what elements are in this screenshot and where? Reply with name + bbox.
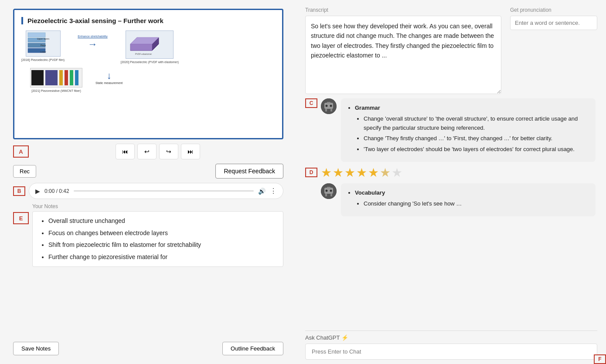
slide-2021-label: [2021] Piezoresistive (MWCNT fiber): [31, 89, 81, 92]
grammar-item-1: Change 'overall structure' to 'the overa…: [364, 115, 589, 133]
slide-2020-image: PVDF+elastomer: [126, 30, 174, 59]
bot-avatar-grammar: [321, 98, 337, 114]
star-2[interactable]: ★: [333, 165, 344, 180]
slide-title: Piezoelectric 3-axial sensing – Further …: [21, 17, 275, 24]
audio-player: ▶ 0:00 / 0:42 🔊 ⋮: [29, 183, 283, 199]
badge-f: F: [594, 354, 606, 364]
time-display: 0:00 / 0:42: [44, 188, 69, 194]
slide-2016: Upper layers Piezo Lower [2016] Piezoele…: [21, 30, 65, 61]
badge-e: E: [13, 212, 29, 224]
tool-btn-skip-back[interactable]: ⏮: [116, 144, 135, 159]
right-panel: Transcript So let's see how they develop…: [296, 0, 606, 364]
slide-2020: PVDF+elastomer [2020] Piezoelectric (PVD…: [121, 30, 179, 64]
slide-bottom-row: [2021] Piezoresistive (MWCNT fiber) ↓ St…: [21, 68, 275, 92]
chat-section: Ask ChatGPT ⚡: [305, 330, 597, 360]
tool-btn-forward[interactable]: ↪: [159, 144, 178, 159]
slide-2016-label: [2016] Piezoelectric (PVDF film): [21, 58, 65, 61]
volume-icon[interactable]: 🔊: [258, 188, 266, 195]
vocabulary-section: Vocabulary Consider changing 'So let's s…: [305, 183, 596, 216]
transcript-label: Transcript: [305, 7, 501, 13]
chat-label-text: Ask ChatGPT: [305, 334, 340, 341]
badge-b: B: [13, 186, 25, 196]
svg-text:Lower: Lower: [40, 51, 46, 53]
svg-point-21: [330, 105, 332, 107]
notes-section: Your Notes Overall structure unchanged F…: [32, 203, 283, 267]
svg-point-20: [326, 105, 328, 107]
outline-feedback-button[interactable]: Outline Feedback: [222, 342, 283, 355]
action-row: Rec Request Feedback: [13, 164, 283, 179]
svg-rect-30: [325, 194, 327, 196]
slide-viewer: Piezoelectric 3-axial sensing – Further …: [13, 9, 283, 139]
transcript-section: Transcript So let's see how they develop…: [305, 7, 597, 94]
right-arrow-icon: →: [88, 39, 97, 50]
svg-rect-17: [75, 70, 78, 85]
svg-rect-13: [45, 70, 58, 85]
notes-item-1: Overall structure unchanged: [48, 217, 276, 226]
svg-rect-0: [28, 33, 45, 37]
svg-rect-29: [327, 187, 330, 188]
star-6[interactable]: ★: [380, 165, 391, 180]
vocab-sub-list: Consider changing 'So let's see how …: [355, 199, 589, 209]
bot-avatar-vocab: [321, 183, 337, 199]
feedback-scroll: C Grammar: [305, 98, 597, 326]
notes-content[interactable]: Overall structure unchanged Focus on cha…: [32, 211, 283, 267]
vocab-category: Vocabulary Consider changing 'So let's s…: [355, 189, 589, 209]
toolbar-a-section: A ⏮ ↩ ↪ ⏭: [13, 144, 283, 159]
svg-rect-12: [31, 70, 44, 85]
grammar-section: C Grammar: [305, 98, 596, 162]
tool-buttons: ⏮ ↩ ↪ ⏭: [32, 144, 283, 159]
more-options-icon[interactable]: ⋮: [270, 187, 277, 195]
grammar-sub-list: Change 'overall structure' to 'the overa…: [355, 115, 589, 154]
lightning-icon: ⚡: [341, 334, 348, 341]
slide-2020-label: [2020] Piezoelectric (PVDF with elastome…: [121, 61, 179, 64]
svg-rect-22: [327, 102, 330, 103]
star-7[interactable]: ★: [392, 165, 402, 180]
badge-d: D: [305, 168, 317, 177]
slide-arrow-section: Enhance stretchability →: [78, 30, 107, 50]
svg-rect-14: [59, 70, 63, 85]
grammar-item-3: 'Two layer of electrodes' should be 'two…: [364, 145, 589, 154]
grammar-feedback-content: Grammar Change 'overall structure' to 't…: [341, 98, 596, 162]
svg-text:Piezo: Piezo: [40, 44, 46, 47]
pronunciation-label: Get pronunciation: [510, 7, 597, 13]
stars-row: ★ ★ ★ ★ ★ ★ ★: [321, 165, 402, 180]
svg-rect-31: [330, 194, 332, 196]
slide-2021: [2021] Piezoresistive (MWCNT fiber): [30, 68, 82, 92]
left-panel: Piezoelectric 3-axial sensing – Further …: [0, 0, 296, 364]
star-4[interactable]: ★: [356, 165, 367, 180]
tool-btn-rewind[interactable]: ↩: [137, 144, 157, 159]
audio-section: B ▶ 0:00 / 0:42 🔊 ⋮: [13, 183, 283, 199]
bottom-buttons: Save Notes Outline Feedback: [13, 342, 283, 355]
badge-a: A: [13, 145, 29, 158]
svg-point-27: [326, 189, 328, 192]
progress-bar[interactable]: [74, 190, 254, 192]
star-5[interactable]: ★: [368, 165, 379, 180]
play-button[interactable]: ▶: [35, 188, 40, 195]
svg-rect-24: [330, 109, 332, 111]
rec-button[interactable]: Rec: [13, 165, 36, 178]
chat-label: Ask ChatGPT ⚡: [305, 334, 597, 341]
svg-rect-15: [65, 70, 68, 85]
vocab-feedback-list: Vocabulary Consider changing 'So let's s…: [348, 189, 589, 209]
svg-text:Upper layers: Upper layers: [37, 37, 49, 40]
transcript-text[interactable]: So let's see how they developed their wo…: [305, 16, 501, 94]
stars-section: D ★ ★ ★ ★ ★ ★ ★: [305, 165, 596, 180]
grammar-feedback-item: Grammar Change 'overall structure' to 't…: [321, 98, 596, 162]
star-3[interactable]: ★: [344, 165, 355, 180]
save-notes-button[interactable]: Save Notes: [13, 342, 59, 355]
grammar-category: Grammar Change 'overall structure' to 't…: [355, 104, 589, 154]
svg-text:PVDF+elastomer: PVDF+elastomer: [135, 53, 152, 55]
tool-btn-skip-forward[interactable]: ⏭: [181, 144, 200, 159]
pronunciation-input[interactable]: [510, 16, 597, 30]
transcript-box: Transcript So let's see how they develop…: [305, 7, 501, 94]
star-1[interactable]: ★: [321, 165, 332, 180]
vocab-item-1: Consider changing 'So let's see how …: [364, 199, 589, 209]
notes-wrapper: E Your Notes Overall structure unchanged…: [13, 203, 283, 337]
slide-top-row: Upper layers Piezo Lower [2016] Piezoele…: [21, 30, 275, 64]
badge-c: C: [305, 98, 317, 108]
request-feedback-button[interactable]: Request Feedback: [215, 164, 283, 179]
svg-rect-23: [325, 109, 327, 111]
chat-input[interactable]: [305, 344, 597, 360]
slide-content: Upper layers Piezo Lower [2016] Piezoele…: [21, 30, 275, 92]
svg-rect-16: [70, 70, 73, 85]
